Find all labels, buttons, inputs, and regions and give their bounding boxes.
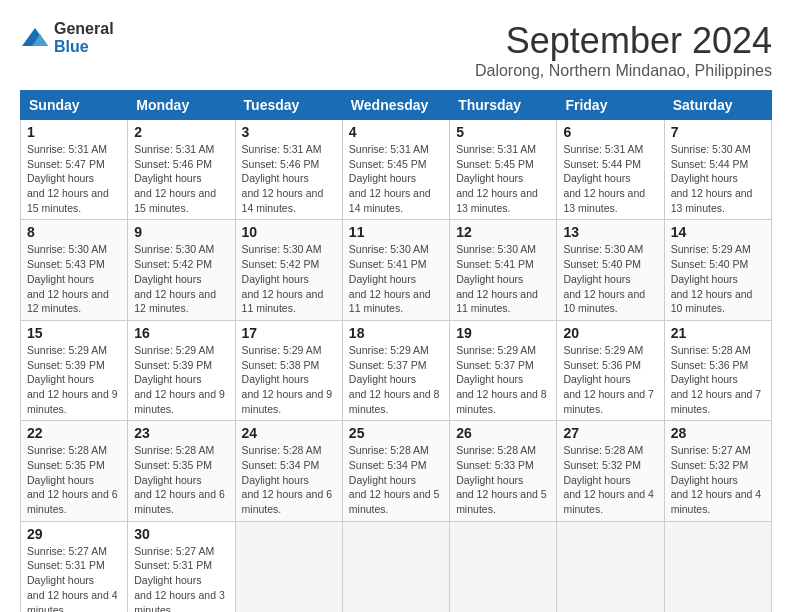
day-info: Sunrise: 5:30 AM Sunset: 5:40 PM Dayligh… bbox=[563, 242, 657, 315]
day-info: Sunrise: 5:31 AM Sunset: 5:47 PM Dayligh… bbox=[27, 142, 121, 215]
header-tuesday: Tuesday bbox=[235, 91, 342, 120]
day-info: Sunrise: 5:27 AM Sunset: 5:32 PM Dayligh… bbox=[671, 443, 765, 516]
day-info: Sunrise: 5:28 AM Sunset: 5:34 PM Dayligh… bbox=[349, 443, 443, 516]
calendar-cell: 5 Sunrise: 5:31 AM Sunset: 5:45 PM Dayli… bbox=[450, 120, 557, 220]
day-number: 24 bbox=[242, 425, 336, 441]
calendar-cell: 13 Sunrise: 5:30 AM Sunset: 5:40 PM Dayl… bbox=[557, 220, 664, 320]
month-year-title: September 2024 bbox=[475, 20, 772, 62]
day-number: 12 bbox=[456, 224, 550, 240]
day-info: Sunrise: 5:29 AM Sunset: 5:39 PM Dayligh… bbox=[134, 343, 228, 416]
day-number: 20 bbox=[563, 325, 657, 341]
day-number: 2 bbox=[134, 124, 228, 140]
day-number: 25 bbox=[349, 425, 443, 441]
calendar-cell bbox=[342, 521, 449, 612]
day-info: Sunrise: 5:29 AM Sunset: 5:38 PM Dayligh… bbox=[242, 343, 336, 416]
calendar-cell: 6 Sunrise: 5:31 AM Sunset: 5:44 PM Dayli… bbox=[557, 120, 664, 220]
calendar-cell bbox=[235, 521, 342, 612]
day-number: 6 bbox=[563, 124, 657, 140]
calendar-cell: 25 Sunrise: 5:28 AM Sunset: 5:34 PM Dayl… bbox=[342, 421, 449, 521]
day-info: Sunrise: 5:29 AM Sunset: 5:39 PM Dayligh… bbox=[27, 343, 121, 416]
day-number: 9 bbox=[134, 224, 228, 240]
calendar-cell: 22 Sunrise: 5:28 AM Sunset: 5:35 PM Dayl… bbox=[21, 421, 128, 521]
logo-blue: Blue bbox=[54, 38, 89, 55]
day-number: 8 bbox=[27, 224, 121, 240]
header-thursday: Thursday bbox=[450, 91, 557, 120]
calendar-cell: 23 Sunrise: 5:28 AM Sunset: 5:35 PM Dayl… bbox=[128, 421, 235, 521]
calendar-cell: 1 Sunrise: 5:31 AM Sunset: 5:47 PM Dayli… bbox=[21, 120, 128, 220]
calendar-cell: 24 Sunrise: 5:28 AM Sunset: 5:34 PM Dayl… bbox=[235, 421, 342, 521]
logo-text: General Blue bbox=[54, 20, 114, 56]
day-info: Sunrise: 5:29 AM Sunset: 5:40 PM Dayligh… bbox=[671, 242, 765, 315]
day-number: 16 bbox=[134, 325, 228, 341]
day-info: Sunrise: 5:31 AM Sunset: 5:45 PM Dayligh… bbox=[456, 142, 550, 215]
day-number: 10 bbox=[242, 224, 336, 240]
day-info: Sunrise: 5:27 AM Sunset: 5:31 PM Dayligh… bbox=[134, 544, 228, 612]
calendar-cell: 29 Sunrise: 5:27 AM Sunset: 5:31 PM Dayl… bbox=[21, 521, 128, 612]
calendar-cell: 4 Sunrise: 5:31 AM Sunset: 5:45 PM Dayli… bbox=[342, 120, 449, 220]
day-number: 3 bbox=[242, 124, 336, 140]
day-info: Sunrise: 5:30 AM Sunset: 5:41 PM Dayligh… bbox=[456, 242, 550, 315]
day-info: Sunrise: 5:28 AM Sunset: 5:33 PM Dayligh… bbox=[456, 443, 550, 516]
day-number: 30 bbox=[134, 526, 228, 542]
day-number: 7 bbox=[671, 124, 765, 140]
day-number: 14 bbox=[671, 224, 765, 240]
calendar-cell: 7 Sunrise: 5:30 AM Sunset: 5:44 PM Dayli… bbox=[664, 120, 771, 220]
calendar-cell: 30 Sunrise: 5:27 AM Sunset: 5:31 PM Dayl… bbox=[128, 521, 235, 612]
day-number: 22 bbox=[27, 425, 121, 441]
day-number: 29 bbox=[27, 526, 121, 542]
calendar-cell bbox=[557, 521, 664, 612]
week-row-5: 29 Sunrise: 5:27 AM Sunset: 5:31 PM Dayl… bbox=[21, 521, 772, 612]
day-number: 17 bbox=[242, 325, 336, 341]
day-number: 13 bbox=[563, 224, 657, 240]
calendar-cell: 18 Sunrise: 5:29 AM Sunset: 5:37 PM Dayl… bbox=[342, 320, 449, 420]
logo-general: General bbox=[54, 20, 114, 37]
day-info: Sunrise: 5:31 AM Sunset: 5:44 PM Dayligh… bbox=[563, 142, 657, 215]
day-number: 28 bbox=[671, 425, 765, 441]
calendar-cell: 16 Sunrise: 5:29 AM Sunset: 5:39 PM Dayl… bbox=[128, 320, 235, 420]
day-number: 4 bbox=[349, 124, 443, 140]
day-info: Sunrise: 5:29 AM Sunset: 5:36 PM Dayligh… bbox=[563, 343, 657, 416]
calendar-cell: 28 Sunrise: 5:27 AM Sunset: 5:32 PM Dayl… bbox=[664, 421, 771, 521]
day-number: 19 bbox=[456, 325, 550, 341]
calendar-cell: 26 Sunrise: 5:28 AM Sunset: 5:33 PM Dayl… bbox=[450, 421, 557, 521]
day-info: Sunrise: 5:29 AM Sunset: 5:37 PM Dayligh… bbox=[349, 343, 443, 416]
calendar-cell: 3 Sunrise: 5:31 AM Sunset: 5:46 PM Dayli… bbox=[235, 120, 342, 220]
logo-icon bbox=[20, 26, 50, 50]
calendar-table: Sunday Monday Tuesday Wednesday Thursday… bbox=[20, 90, 772, 612]
day-info: Sunrise: 5:30 AM Sunset: 5:44 PM Dayligh… bbox=[671, 142, 765, 215]
day-number: 23 bbox=[134, 425, 228, 441]
day-info: Sunrise: 5:31 AM Sunset: 5:46 PM Dayligh… bbox=[242, 142, 336, 215]
calendar-cell: 10 Sunrise: 5:30 AM Sunset: 5:42 PM Dayl… bbox=[235, 220, 342, 320]
day-number: 21 bbox=[671, 325, 765, 341]
day-number: 1 bbox=[27, 124, 121, 140]
day-info: Sunrise: 5:30 AM Sunset: 5:42 PM Dayligh… bbox=[242, 242, 336, 315]
calendar-cell: 11 Sunrise: 5:30 AM Sunset: 5:41 PM Dayl… bbox=[342, 220, 449, 320]
weekday-header-row: Sunday Monday Tuesday Wednesday Thursday… bbox=[21, 91, 772, 120]
header-friday: Friday bbox=[557, 91, 664, 120]
day-number: 15 bbox=[27, 325, 121, 341]
calendar-cell: 9 Sunrise: 5:30 AM Sunset: 5:42 PM Dayli… bbox=[128, 220, 235, 320]
calendar-cell: 12 Sunrise: 5:30 AM Sunset: 5:41 PM Dayl… bbox=[450, 220, 557, 320]
calendar-cell: 19 Sunrise: 5:29 AM Sunset: 5:37 PM Dayl… bbox=[450, 320, 557, 420]
week-row-4: 22 Sunrise: 5:28 AM Sunset: 5:35 PM Dayl… bbox=[21, 421, 772, 521]
calendar-cell bbox=[664, 521, 771, 612]
day-info: Sunrise: 5:27 AM Sunset: 5:31 PM Dayligh… bbox=[27, 544, 121, 612]
location-text: Dalorong, Northern Mindanao, Philippines bbox=[475, 62, 772, 80]
logo: General Blue bbox=[20, 20, 114, 56]
day-info: Sunrise: 5:28 AM Sunset: 5:32 PM Dayligh… bbox=[563, 443, 657, 516]
day-number: 27 bbox=[563, 425, 657, 441]
title-section: September 2024 Dalorong, Northern Mindan… bbox=[475, 20, 772, 80]
day-info: Sunrise: 5:31 AM Sunset: 5:45 PM Dayligh… bbox=[349, 142, 443, 215]
calendar-cell: 15 Sunrise: 5:29 AM Sunset: 5:39 PM Dayl… bbox=[21, 320, 128, 420]
day-info: Sunrise: 5:30 AM Sunset: 5:42 PM Dayligh… bbox=[134, 242, 228, 315]
calendar-cell: 21 Sunrise: 5:28 AM Sunset: 5:36 PM Dayl… bbox=[664, 320, 771, 420]
calendar-cell: 17 Sunrise: 5:29 AM Sunset: 5:38 PM Dayl… bbox=[235, 320, 342, 420]
day-number: 11 bbox=[349, 224, 443, 240]
header-saturday: Saturday bbox=[664, 91, 771, 120]
calendar-cell: 8 Sunrise: 5:30 AM Sunset: 5:43 PM Dayli… bbox=[21, 220, 128, 320]
day-info: Sunrise: 5:28 AM Sunset: 5:35 PM Dayligh… bbox=[134, 443, 228, 516]
day-number: 26 bbox=[456, 425, 550, 441]
week-row-3: 15 Sunrise: 5:29 AM Sunset: 5:39 PM Dayl… bbox=[21, 320, 772, 420]
day-info: Sunrise: 5:31 AM Sunset: 5:46 PM Dayligh… bbox=[134, 142, 228, 215]
day-info: Sunrise: 5:28 AM Sunset: 5:35 PM Dayligh… bbox=[27, 443, 121, 516]
